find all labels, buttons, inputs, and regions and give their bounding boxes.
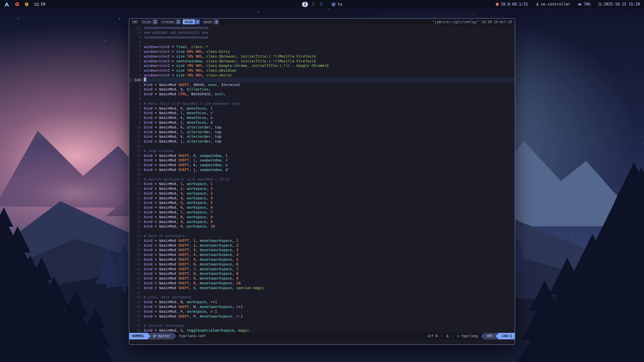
code-token: 90% (195, 54, 202, 58)
line-number: 9 (129, 120, 141, 125)
code-token: SHIFT (178, 257, 189, 261)
code-token: float (176, 45, 187, 49)
tray-icon-2[interactable] (25, 2, 29, 6)
code-token: , (195, 272, 200, 276)
code-line: 6bind = $mainMod, h, movefocus, l (129, 106, 515, 111)
volume-module[interactable]: 70% (578, 2, 590, 7)
code-token: , r (206, 111, 213, 115)
code-token: bind (144, 182, 152, 186)
line-number: 3 (129, 92, 141, 97)
code-token: , (208, 87, 211, 91)
code-line: 31bind = $mainMod, 0, workspace, 10 (129, 224, 515, 229)
code-token: = $mainMod, (152, 215, 180, 219)
workspace-button[interactable]: 1 (302, 2, 308, 7)
code-text: bind = $mainMod SHIFT, j, swapwindow, d (141, 167, 228, 172)
code-line: 13bind = $mainMod, j, alterzorder, top (129, 139, 515, 144)
active-window[interactable]: ta (332, 2, 342, 7)
code-token: , (183, 187, 187, 191)
code-token: , (247, 64, 251, 68)
code-text: bind = $mainMod, N, workspace, r+1 (141, 300, 217, 304)
clock-module[interactable]: 2025-10-15 15:39 (598, 2, 640, 7)
line-number: 47 (129, 300, 141, 304)
line-number: 10 (129, 30, 141, 35)
code-token: # move to workspace (144, 234, 185, 238)
tmux-window-tab[interactable]: bash4 (202, 19, 219, 24)
code-token: movetoworkspace (200, 262, 232, 266)
line-number: 50 (129, 314, 141, 319)
code-token: special:magic (236, 286, 264, 290)
separator-icon: ‹ (451, 333, 455, 339)
line-number: 5 (129, 54, 141, 59)
line-number: 41 (129, 271, 141, 276)
code-token: bind (144, 220, 152, 224)
code-token: , (206, 205, 211, 209)
workspace-button[interactable]: 2 (310, 2, 316, 7)
editor-content[interactable]: 11##############################10### WI… (129, 25, 515, 333)
code-token: killactive (187, 87, 208, 91)
code-token: movetoworkspace (200, 253, 232, 257)
code-line: 46# prev, next workspace (129, 295, 515, 300)
line-number: 7 (129, 44, 141, 49)
code-line: 9bind = $mainMod, j, movefocus, d (129, 120, 515, 125)
code-token: 70% (187, 64, 193, 68)
code-token (193, 50, 195, 54)
line-number: 11 (129, 130, 141, 134)
code-token: , d (221, 168, 228, 172)
line-number: 16 (129, 153, 141, 158)
code-token: , (232, 243, 236, 247)
code-text: bind = $mainMod, P, workspace, r-1 (141, 309, 217, 314)
vpn-icon (495, 3, 499, 6)
code-token: ############################## (144, 35, 208, 39)
hyprlang-icon: ○ (457, 334, 459, 338)
powerline-separator (147, 333, 150, 339)
code-token: , (234, 328, 238, 332)
code-token: bind (144, 125, 152, 129)
tmux-window-tab[interactable]: nvim3 (183, 19, 200, 24)
code-token: , u (206, 116, 213, 120)
code-token: # Swap windows (144, 149, 174, 153)
code-token: bind (144, 257, 152, 261)
line-number: 5 (129, 101, 141, 106)
tray-icon-1[interactable] (15, 2, 19, 6)
code-token: , r- (232, 314, 240, 318)
code-token: bind (144, 187, 152, 191)
code-token: , (232, 281, 236, 285)
code-token: = $mainMod, N, (152, 300, 187, 304)
code-token: class:okular (206, 73, 232, 77)
code-token: = $mainMod (152, 243, 178, 247)
code-token: , (183, 205, 187, 209)
code-token: 60% (187, 50, 193, 54)
active-window-title: ta (337, 2, 342, 7)
code-token: workspace (187, 182, 206, 186)
code-token: movefocus (187, 106, 206, 110)
bluetooth-module[interactable]: no-controller (536, 2, 570, 7)
line-number: 45 (129, 290, 141, 295)
code-token: bind (144, 305, 152, 309)
code-token: 7 (211, 210, 213, 214)
code-line: 11############################## (129, 26, 515, 30)
code-token (185, 64, 187, 68)
workspace-button[interactable]: 3 (318, 2, 324, 7)
arch-logo-icon[interactable] (4, 2, 10, 7)
keyboard-layout[interactable]: EN (34, 2, 45, 7)
code-token: bind (144, 205, 152, 209)
code-token: alterzorder (187, 125, 211, 129)
line-number: 35 (129, 243, 141, 248)
code-token: , (202, 59, 206, 63)
code-token: bind (144, 286, 152, 290)
filetype: ○ hyprlang (455, 333, 481, 339)
code-token: size (176, 54, 185, 58)
network-module[interactable]: 10.0.69.1/32 (495, 2, 528, 7)
line-number: 4 (129, 59, 141, 64)
tmux-window-tab[interactable]: claude2 (159, 19, 181, 24)
code-token: , l, (189, 158, 200, 162)
tmux-window-tab[interactable]: nvim1 (140, 19, 158, 24)
terminal-window[interactable]: [0] nvim1claude2nvim3bash4 "jy@rice:~/gi… (129, 18, 515, 345)
code-token: movetoworkspace (200, 267, 232, 271)
code-token: = (170, 54, 176, 58)
code-token: # Special workspace (144, 324, 185, 328)
code-token: = $mainMod, k, (152, 134, 187, 139)
code-token (185, 50, 187, 54)
code-token: class:Google-chrome (206, 64, 247, 68)
line-number: 43 (129, 281, 141, 286)
